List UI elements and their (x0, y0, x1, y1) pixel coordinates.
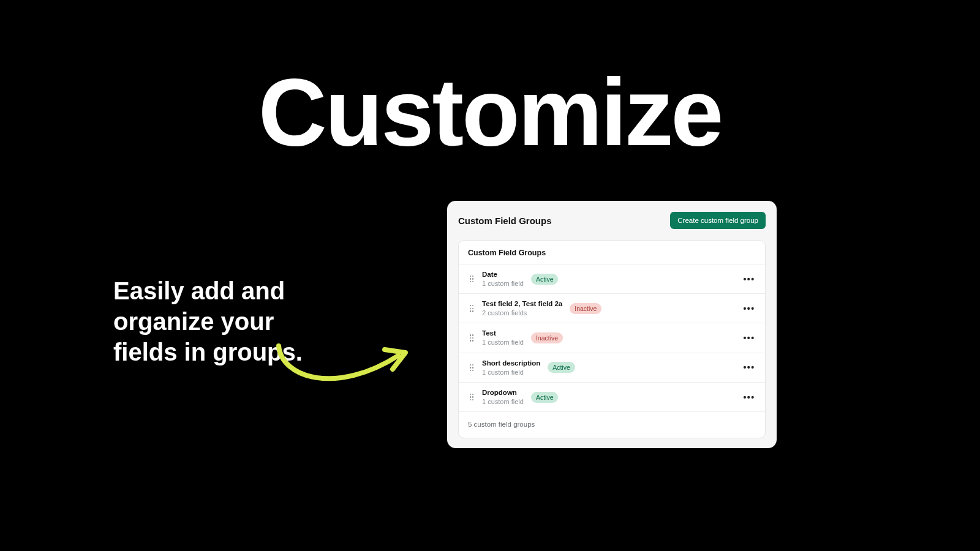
card-header: Custom Field Groups (459, 241, 765, 264)
panel-title: Custom Field Groups (458, 216, 552, 226)
row-title: Date (482, 270, 524, 279)
drag-handle-icon[interactable] (467, 276, 476, 283)
more-actions-icon[interactable]: ••• (742, 331, 756, 345)
custom-field-groups-panel: Custom Field Groups Create custom field … (447, 201, 777, 448)
field-group-row[interactable]: Test 1 custom field Inactive ••• (459, 323, 765, 353)
card-footer: 5 custom field groups (459, 412, 765, 438)
field-group-row[interactable]: Short description 1 custom field Active … (459, 353, 765, 383)
row-subtitle: 1 custom field (482, 338, 524, 347)
row-title: Test (482, 329, 524, 338)
field-group-row[interactable]: Dropdown 1 custom field Active ••• (459, 383, 765, 412)
hero-title: Customize (0, 58, 980, 167)
row-title: Test field 2, Test field 2a (482, 299, 562, 309)
row-subtitle: 1 custom field (482, 279, 524, 288)
status-badge: Active (531, 392, 559, 403)
row-subtitle: 1 custom field (482, 397, 524, 406)
field-group-row[interactable]: Test field 2, Test field 2a 2 custom fie… (459, 294, 765, 323)
arrow-annotation-icon (270, 339, 417, 400)
status-badge: Inactive (531, 332, 563, 343)
drag-handle-icon[interactable] (467, 334, 476, 342)
status-badge: Inactive (570, 303, 601, 314)
row-subtitle: 1 custom field (482, 368, 540, 377)
drag-handle-icon[interactable] (467, 305, 476, 312)
create-custom-field-group-button[interactable]: Create custom field group (670, 212, 766, 229)
drag-handle-icon[interactable] (467, 364, 476, 372)
more-actions-icon[interactable]: ••• (742, 360, 756, 375)
more-actions-icon[interactable]: ••• (742, 272, 756, 287)
row-title: Short description (482, 359, 540, 368)
drag-handle-icon[interactable] (467, 394, 476, 401)
status-badge: Active (548, 362, 575, 373)
more-actions-icon[interactable]: ••• (742, 390, 756, 405)
status-badge: Active (531, 274, 559, 285)
field-groups-card: Custom Field Groups Date 1 custom field … (458, 240, 766, 438)
more-actions-icon[interactable]: ••• (742, 301, 756, 316)
field-group-row[interactable]: Date 1 custom field Active ••• (459, 264, 765, 294)
row-subtitle: 2 custom fields (482, 309, 562, 317)
row-title: Dropdown (482, 388, 524, 397)
